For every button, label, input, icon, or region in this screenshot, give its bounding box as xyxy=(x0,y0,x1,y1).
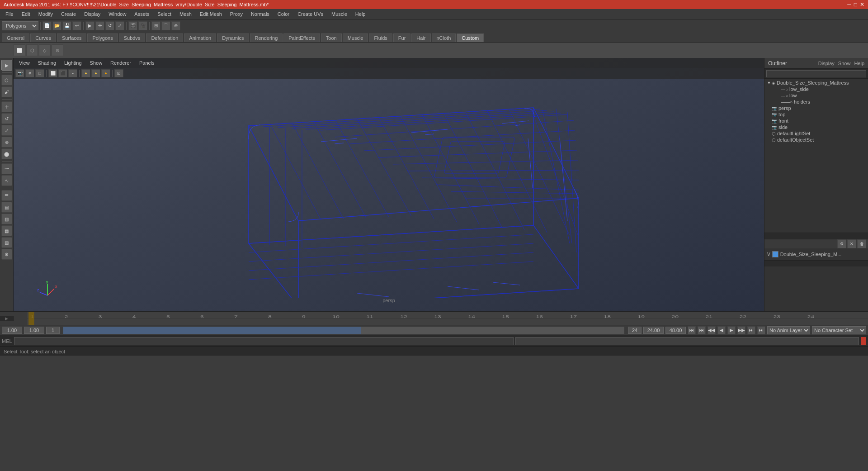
universal-manip-btn[interactable]: ⊕ xyxy=(1,137,12,147)
go-start-btn[interactable]: ⏮ xyxy=(688,326,696,334)
layer-visibility-btn[interactable]: V xyxy=(767,252,770,257)
viewport[interactable]: View Shading Lighting Show Renderer Pane… xyxy=(14,58,764,311)
shelf-tab-rendering[interactable]: Rendering xyxy=(250,33,283,42)
shelf-tab-muscle[interactable]: Muscle xyxy=(343,33,368,42)
menu-help[interactable]: Help xyxy=(352,10,369,18)
play-forward-btn[interactable]: ▶ xyxy=(727,326,736,334)
playback-range[interactable] xyxy=(63,327,624,334)
snap-grid-btn[interactable]: ⊞ xyxy=(151,21,160,30)
lasso-select-btn[interactable]: ⬡ xyxy=(1,75,12,86)
end-key-input[interactable] xyxy=(628,327,642,334)
vp-menu-panels[interactable]: Panels xyxy=(136,59,158,67)
shelf-tab-custom[interactable]: Custom xyxy=(457,33,484,42)
shelf-tab-curves[interactable]: Curves xyxy=(30,33,56,42)
minimize-btn[interactable]: ─ xyxy=(847,1,851,8)
menu-file[interactable]: File xyxy=(2,10,17,18)
select-tool-btn[interactable]: ▶ xyxy=(85,21,94,30)
tree-item-persp[interactable]: 📷 persp xyxy=(764,105,868,111)
new-scene-btn[interactable]: 📄 xyxy=(42,21,52,30)
ep-curve-btn[interactable]: ∿ xyxy=(1,175,12,186)
rotate-tool-btn[interactable]: ↺ xyxy=(105,21,114,30)
attr-editor-btn[interactable]: ▧ xyxy=(1,237,12,248)
mode-select[interactable]: Polygons Surfaces Dynamics Rendering xyxy=(2,21,38,30)
snap-curve-btn[interactable]: ⌒ xyxy=(161,21,170,30)
scale-btn[interactable]: ⤢ xyxy=(1,125,12,136)
layer-add-btn[interactable]: ✕ xyxy=(847,239,856,248)
tree-item-default-object-set[interactable]: ⬡ defaultObjectSet xyxy=(764,137,868,143)
mel-command-input[interactable] xyxy=(14,337,514,345)
step-back-btn[interactable]: ◀◀ xyxy=(708,326,716,334)
next-key-btn[interactable]: ⏭ xyxy=(747,326,755,334)
menu-assets[interactable]: Assets xyxy=(131,10,153,18)
start-frame-input[interactable] xyxy=(24,327,44,334)
shelf-icon-1[interactable]: ⬜ xyxy=(14,44,25,56)
current-frame-input[interactable] xyxy=(2,327,22,334)
shelf-tab-ncloth[interactable]: nCloth xyxy=(432,33,456,42)
paint-select-btn[interactable]: 🖌 xyxy=(1,86,12,97)
render-btn[interactable]: 🎬 xyxy=(128,21,137,30)
tree-item-default-light-set[interactable]: ⬡ defaultLightSet xyxy=(764,130,868,137)
play-back-btn[interactable]: ◀ xyxy=(717,326,726,334)
shelf-tab-polygons[interactable]: Polygons xyxy=(87,33,118,42)
shelf-tab-animation[interactable]: Animation xyxy=(184,33,216,42)
layer-options-btn[interactable]: ⚙ xyxy=(837,239,846,248)
shelf-tab-fur[interactable]: Fur xyxy=(393,33,411,42)
outliner-display-menu[interactable]: Display xyxy=(818,61,835,66)
menu-modify[interactable]: Modify xyxy=(35,10,57,18)
menu-edit-mesh[interactable]: Edit Mesh xyxy=(196,10,226,18)
layer-del-btn[interactable]: 🗑 xyxy=(857,239,866,248)
character-set-dropdown[interactable]: No Character Set xyxy=(812,326,866,334)
end-anim-input[interactable] xyxy=(665,327,686,334)
end-frame-input[interactable] xyxy=(643,327,664,334)
shelf-tab-toon[interactable]: Toon xyxy=(321,33,342,42)
shelf-tab-fluids[interactable]: Fluids xyxy=(369,33,392,42)
vp-menu-show[interactable]: Show xyxy=(86,59,106,67)
vp-light2-btn[interactable]: ● xyxy=(91,69,100,77)
close-btn[interactable]: ✕ xyxy=(860,1,864,8)
timeline-ruler[interactable]: 1 2 3 4 5 6 7 8 9 10 11 12 13 14 15 16 1… xyxy=(27,312,868,325)
vp-wireframe-btn[interactable]: □ xyxy=(35,69,44,77)
shelf-tab-deformation[interactable]: Deformation xyxy=(146,33,183,42)
shelf-tab-dynamics[interactable]: Dynamics xyxy=(217,33,249,42)
snap-point-btn[interactable]: ⊕ xyxy=(171,21,180,30)
maximize-btn[interactable]: □ xyxy=(854,1,857,8)
shelf-tab-surfaces[interactable]: Surfaces xyxy=(57,33,86,42)
vp-select-camera-btn[interactable]: 📷 xyxy=(15,69,24,77)
menu-muscle[interactable]: Muscle xyxy=(328,10,351,18)
menu-mesh[interactable]: Mesh xyxy=(176,10,195,18)
outliner-scrollbar[interactable] xyxy=(764,233,868,239)
vp-menu-renderer[interactable]: Renderer xyxy=(107,59,135,67)
timeline[interactable]: ▶ 1 2 3 4 5 6 7 8 9 10 11 12 13 14 15 16… xyxy=(0,311,868,325)
outliner-show-menu[interactable]: Show xyxy=(838,61,851,66)
menu-create-uvs[interactable]: Create UVs xyxy=(294,10,327,18)
shelf-icon-2[interactable]: ⬡ xyxy=(26,44,38,56)
select-mode-btn[interactable]: ▶ xyxy=(1,60,12,71)
mel-error-indicator[interactable] xyxy=(861,337,866,345)
vp-menu-shading[interactable]: Shading xyxy=(34,59,60,67)
current-key-input[interactable] xyxy=(46,327,60,334)
anim-layer-btn[interactable]: ▥ xyxy=(1,214,12,224)
vp-flat-btn[interactable]: ▪ xyxy=(68,69,77,77)
tree-item-double-size[interactable]: ▼ ◈ Double_Size_Sleeping_Mattress xyxy=(764,80,868,86)
move-btn[interactable]: ✛ xyxy=(1,101,12,112)
ipr-btn[interactable]: 🎥 xyxy=(138,21,147,30)
outliner-search-input[interactable] xyxy=(766,70,866,77)
tree-item-holders[interactable]: ——○ holders xyxy=(764,99,868,105)
step-forward-btn[interactable]: ▶▶ xyxy=(737,326,745,334)
vp-shade-wire-btn[interactable]: ⬜ xyxy=(48,69,57,77)
prev-key-btn[interactable]: ⏮ xyxy=(698,326,706,334)
menu-window[interactable]: Window xyxy=(105,10,130,18)
rotate-btn[interactable]: ↺ xyxy=(1,113,12,124)
move-tool-btn[interactable]: ✛ xyxy=(95,21,104,30)
vp-light1-btn[interactable]: ● xyxy=(81,69,90,77)
layer-item[interactable]: V Double_Size_Sleeping_M... xyxy=(765,249,867,259)
outliner-help-menu[interactable]: Help xyxy=(854,61,864,66)
menu-select[interactable]: Select xyxy=(154,10,175,18)
open-btn[interactable]: 📂 xyxy=(52,21,61,30)
layer-scrollbar[interactable] xyxy=(764,260,868,266)
vp-isolate-btn[interactable]: ⊡ xyxy=(114,69,123,77)
menu-edit[interactable]: Edit xyxy=(18,10,34,18)
shelf-tab-painteffects[interactable]: PaintEffects xyxy=(283,33,320,42)
shelf-tab-hair[interactable]: Hair xyxy=(411,33,430,42)
channel-box-btn[interactable]: ▦ xyxy=(1,225,12,236)
